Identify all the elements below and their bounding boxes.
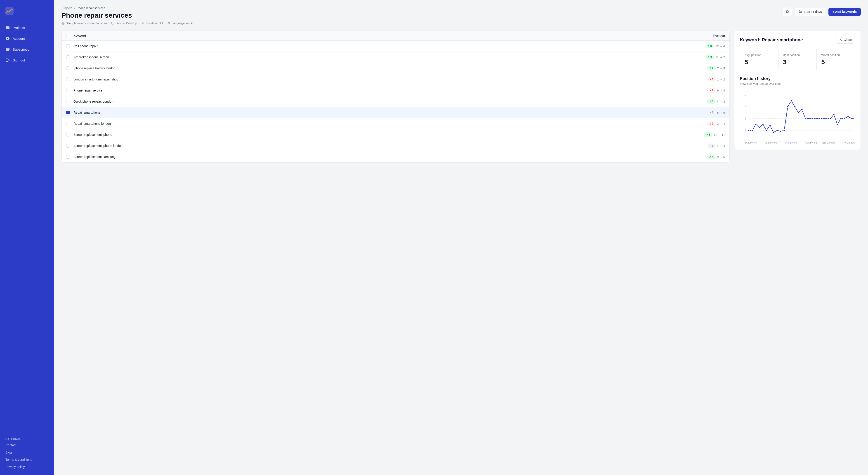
position-badge: ↘ 2 xyxy=(707,88,715,93)
row-check xyxy=(66,111,73,114)
table-row[interactable]: Phone repair service ↘ 2 6 → 8 xyxy=(62,85,730,96)
row-checkbox[interactable] xyxy=(66,77,70,81)
table-row[interactable]: Iphone replace battery london ↗ 2 7 → 5 xyxy=(62,63,730,74)
select-all-checkbox[interactable] xyxy=(66,34,70,37)
chart-dot xyxy=(852,118,854,120)
gear-icon xyxy=(5,36,10,41)
row-keyword-name: Phone repair service xyxy=(73,89,693,92)
row-position-data: ↗ 9 11 → 2 xyxy=(693,55,725,59)
contact-link[interactable]: Contact xyxy=(0,442,54,449)
table-row[interactable]: London smartphone repair shop ↘ 1 1 → 2 xyxy=(62,74,730,85)
row-checkbox[interactable] xyxy=(66,133,70,136)
chart-dot xyxy=(837,123,838,125)
row-position-data: ↗ 4 9 → 5 xyxy=(693,155,725,159)
row-position-data: ↘ 1 3 → 4 xyxy=(693,121,725,126)
table-row[interactable]: Cell phone repair ↗ 8 12 → 4 xyxy=(62,41,730,52)
chart-dot xyxy=(822,118,824,120)
row-keyword-name: Fix broken iphone screen xyxy=(73,55,693,59)
row-keyword-name: Screen replacement samsung xyxy=(73,155,693,159)
detail-panel: Keyword: Repair smartphone Close Avg. po… xyxy=(734,30,861,150)
breadcrumb-parent[interactable]: Projects xyxy=(61,6,72,10)
breadcrumb-separator: › xyxy=(74,6,75,10)
table-row[interactable]: Screen replacement iphone london − 0 4 →… xyxy=(62,140,730,151)
sidebar-item-label: Account xyxy=(13,37,25,40)
row-checkbox[interactable] xyxy=(66,144,70,148)
add-keywords-button[interactable]: + Add keywords xyxy=(829,8,861,16)
row-checkbox[interactable] xyxy=(66,122,70,125)
date-range-label: Last 31 days xyxy=(804,10,822,13)
table-row[interactable]: Screen replacement samsung ↗ 4 9 → 5 xyxy=(62,151,730,162)
row-check xyxy=(66,155,73,159)
row-checkbox[interactable] xyxy=(66,89,70,92)
breadcrumb: Projects › Phone repair services xyxy=(61,6,195,10)
row-checkbox[interactable] xyxy=(66,100,70,103)
meta-location: Location: GB xyxy=(142,22,163,25)
row-checkbox[interactable] xyxy=(66,111,70,114)
signout-icon xyxy=(5,58,10,62)
calendar-icon xyxy=(798,10,802,13)
badge-value: 1 xyxy=(712,122,714,125)
content-area: Projects › Phone repair services Phone r… xyxy=(54,0,868,475)
badge-value: 2 xyxy=(712,67,714,70)
chart-dot xyxy=(762,123,764,125)
chart-dot xyxy=(840,118,842,120)
badge-arrow: ↘ xyxy=(709,89,711,92)
sidebar: Projects Account Subscription Sign out E… xyxy=(0,0,54,475)
page-meta: Site: phonewizards-london.com Device: De… xyxy=(61,22,195,25)
col-position-header: Position xyxy=(693,34,725,37)
badge-arrow: ↗ xyxy=(707,56,710,59)
two-col-layout: Keyword Position Cell phone repair ↗ 8 1… xyxy=(61,30,861,163)
position-chart-svg: 2 4 6 8 15/03/2023 20/03/2023 25/03/2023… xyxy=(740,90,855,144)
badge-arrow: ↗ xyxy=(706,133,708,136)
table-row[interactable]: Repair smartphone − 0 5 → 5 xyxy=(62,107,730,118)
position-range: 12 → 11 xyxy=(714,133,725,136)
sidebar-item-account[interactable]: Account xyxy=(0,33,54,44)
blog-link[interactable]: Blog xyxy=(0,449,54,456)
chart-dot xyxy=(808,118,810,120)
sidebar-item-projects[interactable]: Projects xyxy=(0,22,54,33)
table-row[interactable]: Screen replacement iphone ↗ 1 12 → 11 xyxy=(62,129,730,140)
table-row[interactable]: Fix broken iphone screen ↗ 9 11 → 2 xyxy=(62,52,730,63)
row-keyword-name: London smartphone repair shop xyxy=(73,77,693,81)
chart-line xyxy=(749,101,853,132)
credit-card-icon xyxy=(5,47,10,52)
header-check-col xyxy=(66,34,73,37)
close-button[interactable]: Close xyxy=(836,36,855,43)
history-title: Position history xyxy=(740,76,855,81)
sidebar-item-signout[interactable]: Sign out xyxy=(0,55,54,66)
row-check xyxy=(66,89,73,92)
row-checkbox[interactable] xyxy=(66,66,70,70)
sidebar-item-subscription[interactable]: Subscription xyxy=(0,44,54,55)
meta-language: Language: en_GB xyxy=(167,22,195,25)
date-range-button[interactable]: Last 31 days xyxy=(795,8,826,16)
sidebar-item-label: Subscription xyxy=(13,48,31,51)
position-range: 3 → 4 xyxy=(717,122,725,125)
position-range: 5 → 5 xyxy=(717,111,725,114)
logo[interactable] xyxy=(0,4,54,22)
privacy-link[interactable]: Privacy policy xyxy=(0,463,54,471)
badge-value: 9 xyxy=(710,56,712,59)
position-history-section: Position history View how you ranked ove… xyxy=(740,76,855,144)
position-badge: ↗ 1 xyxy=(704,132,712,137)
add-keywords-label: + Add keywords xyxy=(833,10,857,13)
badge-value: 1 xyxy=(712,100,714,103)
settings-button[interactable] xyxy=(783,7,792,16)
badge-arrow: ↘ xyxy=(709,78,711,81)
row-checkbox[interactable] xyxy=(66,55,70,59)
badge-arrow: ↗ xyxy=(707,44,710,48)
position-range: 11 → 2 xyxy=(715,56,725,59)
meta-site: Site: phonewizards-london.com xyxy=(61,22,107,25)
terms-link[interactable]: Terms & conditions xyxy=(0,456,54,463)
row-checkbox[interactable] xyxy=(66,44,70,48)
sidebar-item-label: Projects xyxy=(13,26,25,30)
table-header: Keyword Position xyxy=(62,31,730,41)
chart-dot xyxy=(748,129,749,131)
position-range: 6 → 8 xyxy=(717,89,725,92)
chart-dot xyxy=(801,109,803,111)
svg-text:6: 6 xyxy=(745,117,747,120)
chart-dot xyxy=(766,129,767,131)
badge-value: 1 xyxy=(709,133,710,136)
table-row[interactable]: Repair smartphone london ↘ 1 3 → 4 xyxy=(62,118,730,129)
row-checkbox[interactable] xyxy=(66,155,70,159)
table-row[interactable]: Quick phone repairs London ↗ 1 4 → 3 xyxy=(62,96,730,107)
